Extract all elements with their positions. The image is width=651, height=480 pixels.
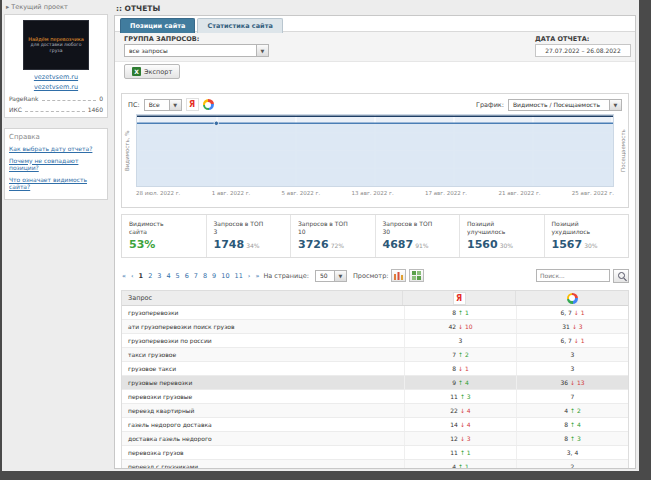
help-link[interactable]: Что означает видимость сайта?: [9, 176, 103, 191]
excel-icon: [132, 67, 141, 76]
position-value: 42: [448, 323, 456, 330]
iks-value: 1460: [88, 106, 103, 113]
yandex-position-cell: 8↓ 1: [404, 362, 516, 375]
google-position-cell: 36↓ 13: [516, 376, 628, 389]
page-last-button[interactable]: »: [254, 272, 260, 280]
yandex-position-cell: 14↓ 4: [404, 418, 516, 431]
yandex-position-cell: 12↓ 3: [404, 432, 516, 445]
query-column-header[interactable]: Запрос: [122, 294, 402, 302]
project-card: Найдём перевозчика для доставки любого г…: [4, 14, 108, 118]
positions-chart: [137, 115, 613, 186]
search-engine-label: ПС:: [128, 101, 140, 109]
x-axis-tick: 28 июл. 2022 г.: [136, 190, 180, 196]
position-change: ↑ 4: [458, 379, 469, 386]
position-value: 8: [564, 421, 568, 428]
yandex-icon[interactable]: Я: [186, 98, 199, 111]
search-icon: [618, 272, 625, 279]
chart-view-button[interactable]: [391, 269, 406, 282]
position-change: ↓ 3: [460, 435, 471, 442]
stat-value: 53%: [129, 238, 199, 251]
query-cell: грузоперевозки: [122, 309, 404, 316]
search-engine-select[interactable]: Все ▼: [144, 99, 182, 111]
grid-view-button[interactable]: [409, 269, 424, 282]
site-thumbnail[interactable]: Найдём перевозчика для доставки любого г…: [23, 20, 89, 70]
help-card: Справка Как выбрать дату отчета?Почему н…: [4, 128, 108, 200]
page-number-7[interactable]: 7: [193, 272, 199, 280]
position-value: 3: [459, 337, 463, 344]
page-number-1[interactable]: 1: [138, 272, 145, 280]
table-row[interactable]: грузовые перевозки9↑ 436↓ 13: [122, 376, 628, 390]
table-row[interactable]: переезд квартирный22↓ 44↑ 2: [122, 404, 628, 418]
table-row[interactable]: газель недорого доставка14↓ 48↑ 4: [122, 418, 628, 432]
table-row[interactable]: ати грузоперевозки поиск грузов42↓ 1031↓…: [122, 320, 628, 334]
table-row[interactable]: грузовое такси8↓ 13: [122, 362, 628, 376]
export-button[interactable]: Экспорт: [124, 64, 180, 79]
table-row[interactable]: такси грузовое7↑ 23: [122, 348, 628, 362]
stat-value: 156030%: [467, 238, 537, 251]
position-value: 9: [452, 379, 456, 386]
query-group-select[interactable]: все запросы ▼: [124, 44, 269, 57]
google-position-cell: 3, 4: [516, 446, 628, 459]
table-row[interactable]: доставка газель недорого12↓ 38↑ 3: [122, 432, 628, 446]
position-value: 7: [571, 393, 575, 400]
graph-mode-value: Видимость / Посещаемость: [513, 101, 600, 108]
position-value: 22: [450, 407, 458, 414]
position-change: ↓ 13: [570, 379, 585, 386]
table-row[interactable]: перевозка грузов11↑ 13, 4: [122, 446, 628, 460]
search-input[interactable]: [536, 269, 610, 282]
table-row[interactable]: перевозки грузовые11↑ 37: [122, 390, 628, 404]
dotted-leader: [25, 107, 85, 112]
page-number-10[interactable]: 10: [220, 272, 230, 280]
search-button[interactable]: [613, 269, 629, 283]
stat-card: Позиций улучшилось156030%: [460, 215, 545, 257]
per-page-select[interactable]: 50 ▼: [315, 270, 347, 282]
page-number-6[interactable]: 6: [184, 272, 190, 280]
chevron-down-icon: ▼: [256, 45, 268, 56]
site-link-secondary[interactable]: vezetvsem.ru: [9, 83, 103, 91]
page-number-5[interactable]: 5: [175, 272, 181, 280]
page-number-11[interactable]: 11: [234, 272, 244, 280]
table-row[interactable]: грузоперевозки8↑ 16, 7↓ 1: [122, 306, 628, 320]
page-number-4[interactable]: 4: [165, 272, 171, 280]
main-area: :: ОТЧЕТЫ Позиции сайтаСтатистика сайта …: [114, 2, 638, 469]
query-cell: грузоперевозки по россии: [122, 337, 404, 344]
google-column-header[interactable]: [515, 291, 628, 305]
query-cell: ати грузоперевозки поиск грузов: [122, 323, 404, 330]
google-icon[interactable]: [203, 99, 214, 110]
thumbnail-subline: для доставки любого груза: [24, 42, 88, 54]
table-row[interactable]: переезд с грузчиками4↑ 12: [122, 460, 628, 468]
per-page-value: 50: [320, 272, 328, 279]
query-cell: грузовое такси: [122, 365, 404, 372]
page-number-9[interactable]: 9: [211, 272, 217, 280]
help-link[interactable]: Как выбрать дату отчета?: [9, 145, 103, 153]
x-axis-tick: 21 авг. 2022 г.: [498, 190, 540, 196]
positions-table: Запрос Я грузоперевозки8↑ 16, 7↓ 1ати гр…: [121, 290, 629, 468]
stat-value: 468791%: [383, 238, 453, 251]
date-range-picker[interactable]: 27.07.2022 – 26.08.2022: [535, 44, 631, 57]
chart-controls: ПС: Все ▼ Я График: Видимость / Посещаем…: [128, 97, 622, 112]
position-change: ↓ 3: [572, 323, 583, 330]
stat-value: 372672%: [298, 238, 368, 251]
graph-mode-select[interactable]: Видимость / Посещаемость ▼: [508, 99, 622, 111]
position-value: 36: [560, 379, 568, 386]
report-date-label: ДАТА ОТЧЕТА:: [535, 35, 589, 43]
page-next-button[interactable]: ›: [247, 272, 252, 280]
search-engine-value: Все: [149, 101, 160, 108]
site-link-primary[interactable]: vezetvsem.ru: [9, 73, 103, 81]
page-number-8[interactable]: 8: [202, 272, 208, 280]
page-number-2[interactable]: 2: [147, 272, 153, 280]
table-row[interactable]: грузоперевозки по россии36, 7↓ 1: [122, 334, 628, 348]
position-change: ↑ 4: [570, 421, 581, 428]
google-position-cell: 7: [516, 390, 628, 403]
tab-1[interactable]: Статистика сайта: [197, 18, 282, 33]
google-position-cell: 31↓ 3: [516, 320, 628, 333]
page-first-button[interactable]: «: [121, 272, 127, 280]
date-range-value: 27.07.2022 – 26.08.2022: [545, 47, 621, 54]
help-link[interactable]: Почему не совпадают позиции?: [9, 157, 103, 172]
tab-0[interactable]: Позиции сайта: [120, 18, 195, 33]
chevron-down-icon: ▼: [334, 271, 346, 281]
position-value: 3: [571, 351, 575, 358]
yandex-column-header[interactable]: Я: [402, 291, 515, 305]
page-prev-button[interactable]: ‹: [130, 272, 135, 280]
page-number-3[interactable]: 3: [156, 272, 162, 280]
